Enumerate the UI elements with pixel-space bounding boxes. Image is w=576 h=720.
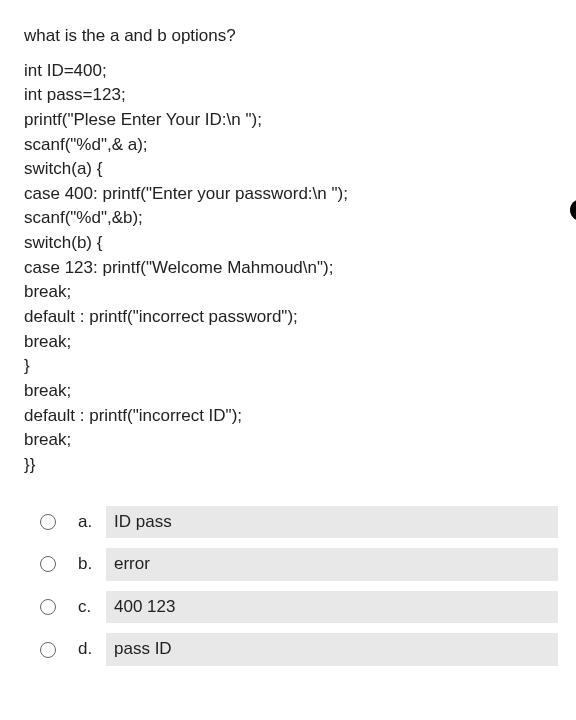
radio-d[interactable] (40, 642, 56, 658)
question-title: what is the a and b options? (24, 24, 558, 49)
code-line: scanf("%d",& a); (24, 133, 558, 158)
code-line: printf("Plese Enter Your ID:\n "); (24, 108, 558, 133)
code-line: case 123: printf("Welcome Mahmoud\n"); (24, 256, 558, 281)
option-letter: d. (78, 637, 106, 662)
code-line: break; (24, 280, 558, 305)
option-letter: c. (78, 595, 106, 620)
code-line: switch(b) { (24, 231, 558, 256)
code-line: break; (24, 428, 558, 453)
option-a[interactable]: a. ID pass (40, 506, 558, 539)
option-letter: a. (78, 510, 106, 535)
options-list: a. ID pass b. error c. 400 123 d. pass I… (24, 506, 558, 667)
code-line: int ID=400; (24, 59, 558, 84)
radio-a[interactable] (40, 514, 56, 530)
code-block: int ID=400; int pass=123; printf("Plese … (24, 59, 558, 478)
radio-c[interactable] (40, 599, 56, 615)
option-b[interactable]: b. error (40, 548, 558, 581)
code-line: default : printf("incorrect password"); (24, 305, 558, 330)
code-line: int pass=123; (24, 83, 558, 108)
option-text: error (106, 548, 558, 581)
code-line: break; (24, 379, 558, 404)
option-c[interactable]: c. 400 123 (40, 591, 558, 624)
code-line: default : printf("incorrect ID"); (24, 404, 558, 429)
code-line: switch(a) { (24, 157, 558, 182)
option-text: ID pass (106, 506, 558, 539)
option-d[interactable]: d. pass ID (40, 633, 558, 666)
radio-b[interactable] (40, 556, 56, 572)
code-line: break; (24, 330, 558, 355)
code-line: scanf("%d",&b); (24, 206, 558, 231)
nav-arrow-icon[interactable] (568, 197, 576, 223)
code-line: case 400: printf("Enter your password:\n… (24, 182, 558, 207)
option-letter: b. (78, 552, 106, 577)
code-line: }} (24, 453, 558, 478)
option-text: pass ID (106, 633, 558, 666)
option-text: 400 123 (106, 591, 558, 624)
code-line: } (24, 354, 558, 379)
